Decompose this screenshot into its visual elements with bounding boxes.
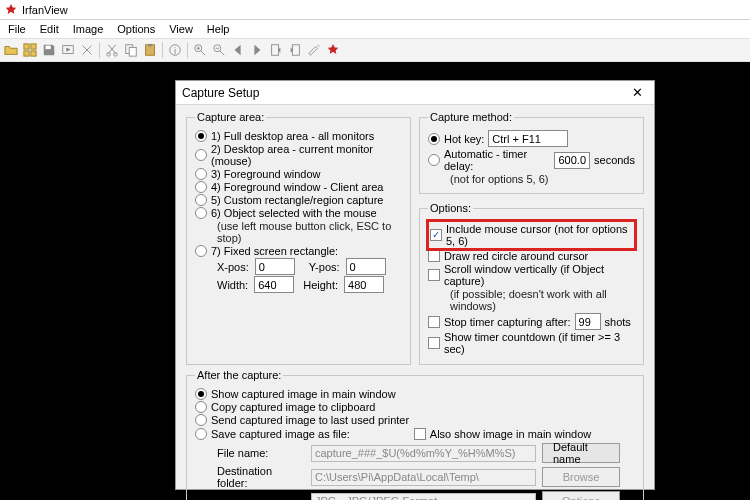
open-icon[interactable] (2, 41, 20, 59)
radio-object-mouse-note: (use left mouse button click, ESC to sto… (217, 220, 402, 244)
default-name-button[interactable]: Default name (542, 443, 620, 463)
check-include-cursor[interactable] (430, 229, 442, 241)
dest-folder-label: Destination folder: (217, 465, 305, 489)
menu-options[interactable]: Options (111, 22, 161, 36)
stop-timer-input[interactable]: 99 (575, 313, 601, 330)
check-stop-timer[interactable] (428, 316, 440, 328)
scroll-window-note: (if possible; doesn't work with all wind… (450, 288, 635, 312)
capture-method-group: Capture method: Hot key: Ctrl + F11 Auto… (419, 111, 644, 194)
radio-client-area-label: 4) Foreground window - Client area (211, 181, 383, 193)
about-icon[interactable] (324, 41, 342, 59)
copy-icon[interactable] (122, 41, 140, 59)
check-red-circle-label: Draw red circle around cursor (444, 250, 588, 262)
radio-auto-timer-label: Automatic - timer delay: (444, 148, 550, 172)
toolbar: i (0, 38, 750, 62)
saveas-select[interactable]: JPG - JPG/JPEG Format (311, 493, 536, 501)
radio-copy-clipboard[interactable] (195, 401, 207, 413)
check-red-circle[interactable] (428, 250, 440, 262)
svg-rect-3 (31, 51, 36, 56)
slideshow-icon[interactable] (59, 41, 77, 59)
radio-custom-rect[interactable] (195, 194, 207, 206)
svg-rect-11 (148, 44, 152, 47)
cut-icon[interactable] (103, 41, 121, 59)
width-input[interactable]: 640 (254, 276, 294, 293)
app-title: IrfanView (22, 4, 68, 16)
next-page-icon[interactable] (286, 41, 304, 59)
radio-hotkey[interactable] (428, 133, 440, 145)
xpos-input[interactable]: 0 (255, 258, 295, 275)
svg-rect-16 (272, 45, 279, 56)
svg-rect-1 (31, 44, 36, 49)
app-icon (4, 3, 18, 17)
delete-icon[interactable] (78, 41, 96, 59)
radio-full-desktop[interactable] (195, 130, 207, 142)
thumbnails-icon[interactable] (21, 41, 39, 59)
svg-rect-17 (292, 45, 299, 56)
height-label: Height: (303, 279, 338, 291)
check-include-cursor-label: Include mouse cursor (not for options 5,… (446, 223, 633, 247)
menu-file[interactable]: File (2, 22, 32, 36)
capture-method-legend: Capture method: (428, 111, 514, 123)
radio-send-printer-label: Send captured image to last used printer (211, 414, 409, 426)
stop-timer-unit: shots (605, 316, 631, 328)
check-stop-timer-label: Stop timer capturing after: (444, 316, 571, 328)
menu-view[interactable]: View (163, 22, 199, 36)
prev-icon[interactable] (229, 41, 247, 59)
close-button[interactable]: ✕ (626, 84, 648, 102)
options-group: Options: Include mouse cursor (not for o… (419, 202, 644, 365)
radio-custom-rect-label: 5) Custom rectangle/region capture (211, 194, 383, 206)
capture-area-legend: Capture area: (195, 111, 266, 123)
check-countdown[interactable] (428, 337, 440, 349)
paste-icon[interactable] (141, 41, 159, 59)
radio-object-mouse-label: 6) Object selected with the mouse (211, 207, 377, 219)
menubar: File Edit Image Options View Help (0, 20, 750, 38)
timer-unit: seconds (594, 154, 635, 166)
browse-button[interactable]: Browse (542, 467, 620, 487)
radio-foreground-window[interactable] (195, 168, 207, 180)
dialog-titlebar: Capture Setup ✕ (176, 81, 654, 105)
radio-hotkey-label: Hot key: (444, 133, 484, 145)
xpos-label: X-pos: (217, 261, 249, 273)
radio-full-desktop-label: 1) Full desktop area - all monitors (211, 130, 374, 142)
radio-show-main[interactable] (195, 388, 207, 400)
saveas-options-button[interactable]: Options (542, 491, 620, 500)
radio-fixed-rect[interactable] (195, 245, 207, 257)
timer-delay-input[interactable]: 600.0 (554, 152, 590, 169)
check-also-show[interactable] (414, 428, 426, 440)
svg-rect-2 (24, 51, 29, 56)
capture-setup-dialog: Capture Setup ✕ Capture area: 1) Full de… (175, 80, 655, 490)
zoom-out-icon[interactable] (210, 41, 228, 59)
radio-object-mouse[interactable] (195, 207, 207, 219)
check-countdown-label: Show timer countdown (if timer >= 3 sec) (444, 331, 635, 355)
height-input[interactable]: 480 (344, 276, 384, 293)
menu-image[interactable]: Image (67, 22, 110, 36)
radio-copy-clipboard-label: Copy captured image to clipboard (211, 401, 375, 413)
filename-label: File name: (217, 447, 305, 459)
hotkey-input[interactable]: Ctrl + F11 (488, 130, 568, 147)
zoom-in-icon[interactable] (191, 41, 209, 59)
next-icon[interactable] (248, 41, 266, 59)
svg-rect-4 (46, 46, 51, 50)
radio-save-file[interactable] (195, 428, 207, 440)
menu-help[interactable]: Help (201, 22, 236, 36)
radio-client-area[interactable] (195, 181, 207, 193)
filename-input[interactable]: capture_###_$U(%d%m%Y_%H%M%S) (311, 445, 536, 462)
radio-current-monitor[interactable] (195, 149, 207, 161)
width-label: Width: (217, 279, 248, 291)
radio-save-file-label: Save captured image as file: (211, 428, 350, 440)
info-icon[interactable]: i (166, 41, 184, 59)
menu-edit[interactable]: Edit (34, 22, 65, 36)
radio-send-printer[interactable] (195, 414, 207, 426)
dest-folder-input[interactable]: C:\Users\Pi\AppData\Local\Temp\ (311, 469, 536, 486)
ypos-input[interactable]: 0 (346, 258, 386, 275)
svg-text:i: i (174, 45, 176, 56)
prev-page-icon[interactable] (267, 41, 285, 59)
saveas-label: Save as: (217, 495, 305, 500)
save-icon[interactable] (40, 41, 58, 59)
check-also-show-label: Also show image in main window (430, 428, 591, 440)
settings-icon[interactable] (305, 41, 323, 59)
radio-current-monitor-label: 2) Desktop area - current monitor (mouse… (211, 143, 402, 167)
check-scroll-window[interactable] (428, 269, 440, 281)
radio-auto-timer[interactable] (428, 154, 440, 166)
radio-fixed-rect-label: 7) Fixed screen rectangle: (211, 245, 338, 257)
